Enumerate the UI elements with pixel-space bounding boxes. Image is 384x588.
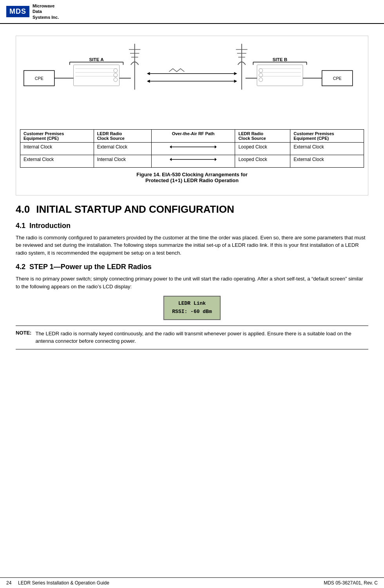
section-4-2-number: 4.2 xyxy=(16,263,25,271)
section-4-1-body: The radio is commonly configured to para… xyxy=(16,234,368,257)
svg-point-34 xyxy=(259,73,263,77)
logo-box: MDS MicrowaveDataSystems Inc. xyxy=(6,3,59,20)
svg-point-6 xyxy=(114,69,118,72)
row2-col5: External Clock xyxy=(290,155,364,167)
figure-container: CPE SITE A xyxy=(16,36,368,195)
col-header-4: LEDR RadioClock Source xyxy=(235,129,290,142)
svg-point-35 xyxy=(259,78,263,81)
row2-col3 xyxy=(151,155,235,167)
svg-rect-29 xyxy=(257,65,303,86)
note-text: The LEDR radio is normally keyed continu… xyxy=(35,330,368,345)
svg-marker-45 xyxy=(215,145,217,148)
svg-marker-46 xyxy=(170,145,172,148)
svg-marker-21 xyxy=(147,72,150,75)
svg-rect-2 xyxy=(74,65,120,86)
row2-col4: Looped Clock xyxy=(235,155,290,167)
note-box: NOTE: The LEDR radio is normally keyed c… xyxy=(16,326,368,349)
section-4-1-number: 4.1 xyxy=(16,222,25,230)
section-4-1-heading: 4.1 Introduction xyxy=(16,222,368,230)
page-header: MDS MicrowaveDataSystems Inc. xyxy=(0,0,384,24)
footer-page-number: 24 LEDR Series Installation & Operation … xyxy=(6,580,109,586)
svg-marker-24 xyxy=(234,80,237,83)
section-4-2-heading: 4.2 STEP 1—Power up the LEDR Radios xyxy=(16,263,368,271)
svg-point-7 xyxy=(114,73,118,77)
note-label: NOTE: xyxy=(16,330,31,345)
svg-text:CPE: CPE xyxy=(333,76,342,81)
figure-caption: Figure 14. EIA-530 Clocking Arrangements… xyxy=(20,172,364,183)
row1-col2: External Clock xyxy=(94,142,151,155)
col-header-5: Customer PremisesEquipment (CPE) xyxy=(290,129,364,142)
svg-marker-48 xyxy=(170,158,172,161)
table-row: Internal Clock External Clock Looped Clo… xyxy=(20,142,364,155)
svg-point-33 xyxy=(259,69,263,72)
row1-col5: External Clock xyxy=(290,142,364,155)
section-4-number: 4.0 xyxy=(16,203,30,215)
table-row: External Clock Internal Clock Looped Clo… xyxy=(20,155,364,167)
row2-col2: Internal Clock xyxy=(94,155,151,167)
clock-table: Customer PremisesEquipment (CPE) LEDR Ra… xyxy=(20,129,364,168)
lcd-line2: RSSI: -60 dBm xyxy=(172,308,212,316)
page-footer: 24 LEDR Series Installation & Operation … xyxy=(0,577,384,588)
section-4-heading: 4.0 INITIAL STARTUP AND CONFIGURATION xyxy=(16,203,368,215)
main-content: CPE SITE A xyxy=(0,24,384,371)
row1-col4: Looped Clock xyxy=(235,142,290,155)
svg-text:CPE: CPE xyxy=(35,76,43,81)
row2-col1: External Clock xyxy=(20,155,94,167)
logo-mds: MDS xyxy=(6,6,29,17)
col-header-3: Over-the-Air RF Path xyxy=(151,129,235,142)
footer-doc-id: MDS 05-3627A01, Rev. C xyxy=(324,580,378,586)
lcd-container: LEDR Link RSSI: -60 dBm xyxy=(16,296,368,320)
lcd-line1: LEDR Link xyxy=(172,300,212,308)
col-header-2: LEDR RadioClock Source xyxy=(94,129,151,142)
svg-marker-49 xyxy=(215,158,217,161)
svg-text:SITE B: SITE B xyxy=(273,57,288,62)
section-4-2-title: STEP 1—Power up the LEDR Radios xyxy=(29,263,152,271)
company-name: MicrowaveDataSystems Inc. xyxy=(33,3,59,20)
diagram-svg: CPE SITE A xyxy=(20,40,364,124)
svg-text:SITE A: SITE A xyxy=(89,57,104,62)
section-4-title: INITIAL STARTUP AND CONFIGURATION xyxy=(36,203,234,215)
svg-point-8 xyxy=(114,78,118,81)
lcd-display: LEDR Link RSSI: -60 dBm xyxy=(163,296,220,320)
row1-col1: Internal Clock xyxy=(20,142,94,155)
section-4-1-title: Introduction xyxy=(29,222,71,230)
row1-col3 xyxy=(151,142,235,155)
svg-marker-23 xyxy=(147,80,150,83)
section-4-2-body: There is no primary power switch; simply… xyxy=(16,275,368,290)
col-header-1: Customer PremisesEquipment (CPE) xyxy=(20,129,94,142)
svg-marker-20 xyxy=(234,72,237,75)
